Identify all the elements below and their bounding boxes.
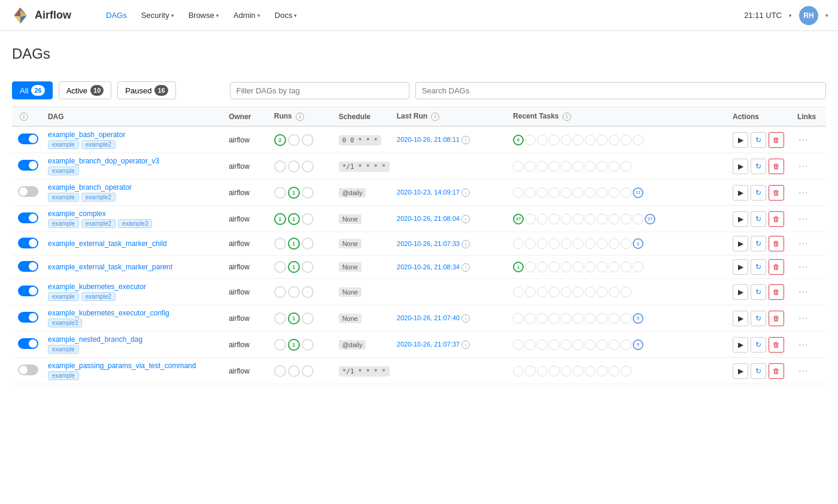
delete-dag-button[interactable]: 🗑 [769,132,784,148]
refresh-dag-button[interactable]: ↻ [751,311,766,326]
nav-item-security[interactable]: Security ▾ [135,7,180,23]
brand-logo[interactable]: Airflow [10,5,86,26]
dag-name-link[interactable]: example_nested_branch_dag [48,335,142,344]
filter-active-button[interactable]: Active 10 [59,81,112,99]
dag-name-link[interactable]: example_external_task_marker_parent [48,263,172,271]
lastrun-info-icon[interactable]: i [431,113,439,121]
dag-name-link[interactable]: example_external_task_marker_child [48,239,167,248]
last-run-info-icon[interactable]: i [461,263,470,272]
run-circle[interactable] [302,261,314,273]
last-run-info-icon[interactable]: i [461,240,470,248]
dag-name-link[interactable]: example_branch_operator [48,183,132,192]
last-run-value[interactable]: 2020-10-26, 21:07:40 [397,314,460,321]
runs-info-icon[interactable]: i [296,113,304,121]
delete-dag-button[interactable]: 🗑 [769,159,784,174]
filter-all-button[interactable]: All 26 [12,81,53,99]
run-dag-button[interactable]: ▶ [733,284,748,300]
run-dag-button[interactable]: ▶ [733,211,748,227]
delete-dag-button[interactable]: 🗑 [769,211,784,227]
dag-name-link[interactable]: example_complex [48,210,106,218]
last-run-info-icon[interactable]: i [461,215,470,223]
last-run-info-icon[interactable]: i [461,314,470,323]
refresh-dag-button[interactable]: ↻ [751,185,766,201]
last-run-info-icon[interactable]: i [461,136,470,144]
refresh-dag-button[interactable]: ↻ [751,259,766,275]
run-circle[interactable] [302,339,314,351]
more-links-button[interactable]: ··· [798,161,808,171]
filter-tag-input[interactable] [230,82,409,99]
more-links-button[interactable]: ··· [798,262,808,272]
more-links-button[interactable]: ··· [798,339,808,350]
dag-toggle[interactable] [18,312,38,323]
refresh-dag-button[interactable]: ↻ [751,363,766,379]
last-run-value[interactable]: 2020-10-26, 21:08:11 [397,136,460,143]
run-circle[interactable] [274,187,286,199]
run-circle[interactable]: 1 [288,312,300,324]
run-circle[interactable]: 2 [274,134,286,146]
dag-tag[interactable]: example2 [81,193,116,202]
dag-toggle[interactable] [18,365,38,375]
run-circle[interactable] [274,261,286,273]
run-circle[interactable] [288,134,300,146]
dag-tag[interactable]: example [48,219,79,228]
delete-dag-button[interactable]: 🗑 [769,236,784,251]
dag-tag[interactable]: example2 [81,219,116,228]
dag-name-link[interactable]: example_bash_operator [48,130,125,139]
dag-toggle[interactable] [18,338,38,349]
tasks-info-icon[interactable]: i [563,113,571,121]
run-circle[interactable] [288,365,300,377]
refresh-dag-button[interactable]: ↻ [751,211,766,227]
dag-tag[interactable]: example [48,345,79,354]
filter-paused-button[interactable]: Paused 16 [117,81,175,99]
run-circle[interactable] [302,286,314,298]
delete-dag-button[interactable]: 🗑 [769,284,784,300]
run-dag-button[interactable]: ▶ [733,337,748,353]
dag-tag[interactable]: example [48,292,79,301]
run-circle[interactable] [288,160,300,172]
last-run-info-icon[interactable]: i [461,341,470,349]
dag-tag[interactable]: example [48,371,79,380]
run-circle[interactable] [302,134,314,146]
dag-name-link[interactable]: example_branch_dop_operator_v3 [48,157,159,165]
run-dag-button[interactable]: ▶ [733,311,748,326]
run-circle[interactable] [274,286,286,298]
run-circle[interactable]: 1 [288,213,300,225]
more-links-button[interactable]: ··· [798,238,808,248]
run-circle[interactable]: 1 [288,238,300,250]
run-circle[interactable]: 1 [288,261,300,273]
last-run-value[interactable]: 2020-10-26, 21:08:04 [397,215,460,222]
last-run-value[interactable]: 2020-10-23, 14:09:17 [397,189,460,196]
run-circle[interactable] [274,365,286,377]
dag-tag[interactable]: example2 [81,140,116,149]
run-circle[interactable] [274,312,286,324]
nav-time[interactable]: 21:11 UTC [744,11,782,20]
more-links-button[interactable]: ··· [798,214,808,224]
delete-dag-button[interactable]: 🗑 [769,337,784,353]
run-dag-button[interactable]: ▶ [733,159,748,174]
toggle-info-icon[interactable]: i [20,113,28,121]
more-links-button[interactable]: ··· [798,313,808,323]
dag-tag[interactable]: example [48,166,79,175]
run-dag-button[interactable]: ▶ [733,132,748,148]
dag-tag[interactable]: example [48,140,79,149]
dag-toggle[interactable] [18,212,38,223]
refresh-dag-button[interactable]: ↻ [751,236,766,251]
run-circle[interactable] [302,160,314,172]
run-circle[interactable] [274,238,286,250]
dag-tag[interactable]: example [48,193,79,202]
run-circle[interactable] [302,365,314,377]
dag-toggle[interactable] [18,186,38,197]
user-avatar[interactable]: RH [799,6,818,25]
dag-toggle[interactable] [18,160,38,171]
nav-item-dags[interactable]: DAGs [100,7,133,23]
more-links-button[interactable]: ··· [798,187,808,198]
last-run-value[interactable]: 2020-10-26, 21:07:37 [397,341,460,348]
nav-item-browse[interactable]: Browse ▾ [183,7,225,23]
refresh-dag-button[interactable]: ↻ [751,132,766,148]
run-circle[interactable] [274,160,286,172]
refresh-dag-button[interactable]: ↻ [751,337,766,353]
dag-name-link[interactable]: example_passing_params_via_test_command [48,362,196,370]
run-circle[interactable] [302,213,314,225]
run-circle[interactable] [274,339,286,351]
run-circle[interactable] [302,238,314,250]
